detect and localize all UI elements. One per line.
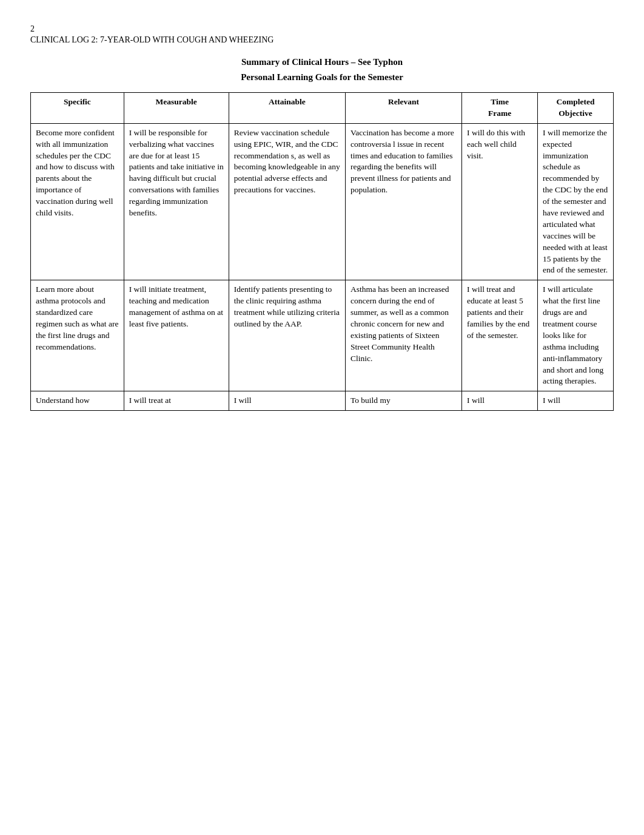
- cell-relevant-1: Asthma has been an increased concern dur…: [345, 280, 461, 391]
- cell-completed-2: I will: [538, 391, 614, 411]
- cell-measurable-0: I will be responsible for verbalizing wh…: [124, 123, 229, 280]
- col-measurable: Measurable: [124, 93, 229, 124]
- cell-specific-1: Learn more about asthma protocols and st…: [31, 280, 124, 391]
- cell-specific-2: Understand how: [31, 391, 124, 411]
- summary-title: Summary of Clinical Hours – See Typhon: [30, 57, 614, 67]
- cell-completed-0: I will memorize the expected immunizatio…: [538, 123, 614, 280]
- cell-relevant-2: To build my: [345, 391, 461, 411]
- goals-title: Personal Learning Goals for the Semester: [30, 72, 614, 83]
- cell-time_frame-0: I will do this with each well child visi…: [462, 123, 538, 280]
- table-row: Understand howI will treat atI willTo bu…: [31, 391, 614, 411]
- cell-completed-1: I will articulate what the first line dr…: [538, 280, 614, 391]
- cell-attainable-1: Identify patients presenting to the clin…: [229, 280, 345, 391]
- cell-attainable-2: I will: [229, 391, 345, 411]
- goals-table: Specific Measurable Attainable Relevant …: [30, 92, 614, 411]
- col-time-frame: TimeFrame: [462, 93, 538, 124]
- col-completed: Completed Objective: [538, 93, 614, 124]
- col-specific: Specific: [31, 93, 124, 124]
- col-relevant: Relevant: [345, 93, 461, 124]
- table-row: Learn more about asthma protocols and st…: [31, 280, 614, 391]
- page-number: 2: [30, 24, 614, 34]
- cell-measurable-1: I will initiate treatment, teaching and …: [124, 280, 229, 391]
- table-row: Become more confident with all immunizat…: [31, 123, 614, 280]
- cell-relevant-0: Vaccination has become a more controvers…: [345, 123, 461, 280]
- cell-time_frame-1: I will treat and educate at least 5 pati…: [462, 280, 538, 391]
- cell-specific-0: Become more confident with all immunizat…: [31, 123, 124, 280]
- table-header-row: Specific Measurable Attainable Relevant …: [31, 93, 614, 124]
- cell-attainable-0: Review vaccination schedule using EPIC, …: [229, 123, 345, 280]
- col-attainable: Attainable: [229, 93, 345, 124]
- cell-time_frame-2: I will: [462, 391, 538, 411]
- document-title: CLINICAL LOG 2: 7-YEAR-OLD WITH COUGH AN…: [30, 35, 614, 45]
- cell-measurable-2: I will treat at: [124, 391, 229, 411]
